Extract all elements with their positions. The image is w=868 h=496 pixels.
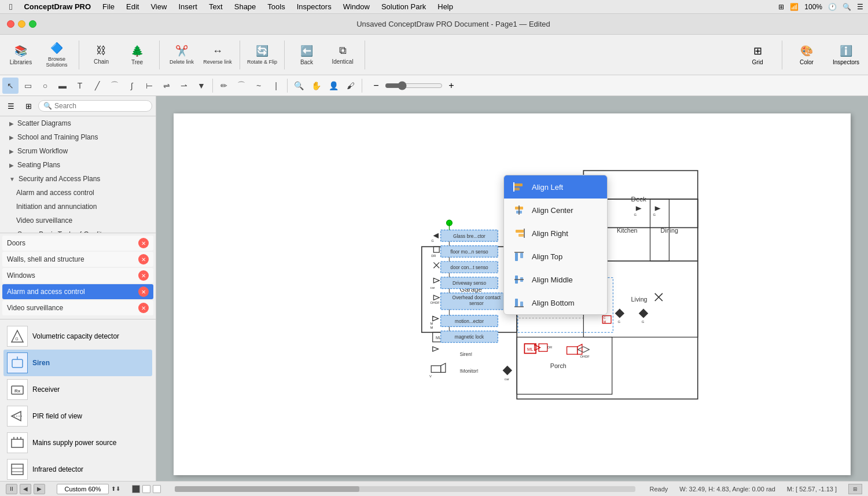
- arc-tool[interactable]: ⌒: [106, 78, 123, 94]
- prev-button[interactable]: ◀: [20, 484, 31, 494]
- page-dot-3[interactable]: [153, 485, 161, 493]
- arrow-icon: ▶: [9, 134, 14, 141]
- menu-edit[interactable]: Edit: [122, 1, 144, 12]
- menu-text[interactable]: Text: [204, 1, 227, 12]
- menu-shape[interactable]: Shape: [230, 1, 261, 12]
- tree-button[interactable]: 🌲 Tree: [121, 38, 153, 72]
- filter-remove-icon[interactable]: ✕: [138, 286, 149, 297]
- select-tool[interactable]: ↖: [2, 78, 19, 94]
- libraries-button[interactable]: 📚 Libraries: [5, 38, 37, 72]
- brush-tool[interactable]: 🖌: [343, 78, 359, 94]
- menu-file[interactable]: File: [98, 1, 119, 12]
- control-center-icon[interactable]: ☰: [857, 3, 863, 11]
- filter-tag-alarm[interactable]: Alarm and access control ✕: [2, 284, 153, 299]
- filter-remove-icon[interactable]: ✕: [138, 303, 149, 313]
- filter-remove-icon[interactable]: ✕: [138, 254, 149, 264]
- reverse-link-button[interactable]: ↔️ Reverse link: [201, 38, 234, 72]
- shape-item-siren[interactable]: Siren: [3, 350, 152, 376]
- filter-tag-video[interactable]: Video surveillance ✕: [2, 300, 153, 315]
- category-school[interactable]: ▶ School and Training Plans: [0, 130, 156, 144]
- more-tools[interactable]: ▼: [193, 78, 209, 94]
- align-left-item[interactable]: Align Left: [504, 175, 607, 199]
- align-middle-item[interactable]: Align Middle: [504, 268, 607, 291]
- zoom-slider[interactable]: [385, 81, 443, 90]
- shape-item-receiver[interactable]: Rx Receiver: [3, 376, 152, 403]
- shape-item-mains[interactable]: Mains supply power source: [3, 429, 152, 456]
- identical-button[interactable]: ⧉ Identical: [326, 38, 359, 72]
- category-video[interactable]: Video surveillance: [0, 214, 156, 227]
- browse-solutions-button[interactable]: 🔷 Browse Solutions: [41, 38, 73, 72]
- category-label: Security and Access Plans: [19, 175, 100, 183]
- flow-tool[interactable]: ⇌: [159, 78, 175, 94]
- rotate-flip-button[interactable]: 🔄 Rotate & Flip: [246, 38, 278, 72]
- shape-item-volumetric[interactable]: G Volumetric capacity detector: [3, 323, 152, 350]
- close-button[interactable]: [7, 20, 14, 28]
- align-right-item[interactable]: Align Right: [504, 222, 607, 245]
- category-scrum[interactable]: ▶ Scrum Workflow: [0, 144, 156, 158]
- align-center-item[interactable]: Align Center: [504, 199, 607, 222]
- sidebar-grid-view[interactable]: ⊞: [21, 98, 36, 113]
- category-seating[interactable]: ▶ Seating Plans: [0, 158, 156, 172]
- maximize-button[interactable]: [29, 20, 36, 28]
- page-scrollbar[interactable]: [175, 486, 635, 492]
- page-dot-1[interactable]: [132, 485, 140, 493]
- pencil-tool[interactable]: ✏: [216, 78, 232, 94]
- apple-menu[interactable]: : [5, 1, 17, 13]
- minimize-button[interactable]: [18, 20, 25, 28]
- chain-button[interactable]: ⛓ Chain: [85, 38, 117, 72]
- pen-straight[interactable]: |: [268, 78, 284, 94]
- filter-tag-walls[interactable]: Walls, shell and structure ✕: [2, 252, 153, 267]
- ellipse-tool[interactable]: ○: [37, 78, 53, 94]
- shape-item-infrared[interactable]: Infrared detector: [3, 456, 152, 481]
- menu-inspectors[interactable]: Inspectors: [292, 1, 336, 12]
- delete-link-button[interactable]: ✂️ Delete link: [165, 38, 198, 72]
- search-menubar-icon[interactable]: 🔍: [843, 3, 851, 11]
- drawing-canvas[interactable]: Garage Deck Kitchen Dining Living: [174, 113, 851, 475]
- menu-solution-park[interactable]: Solution Park: [377, 1, 431, 12]
- pause-button[interactable]: ⏸: [6, 484, 17, 494]
- category-seven-basic[interactable]: ▶ Seven Basic Tools of Quality: [0, 227, 156, 233]
- filter-remove-icon[interactable]: ✕: [138, 238, 149, 248]
- zoom-stepper[interactable]: ⬆⬇: [111, 486, 120, 492]
- pen-bezier[interactable]: ~: [251, 78, 267, 94]
- grid-status-button[interactable]: ⊞: [848, 484, 862, 494]
- connector-tool[interactable]: ╱: [89, 78, 105, 94]
- sidebar-list-view[interactable]: ☰: [3, 98, 19, 113]
- zoom-input[interactable]: [57, 484, 109, 494]
- zoom-out-button[interactable]: −: [370, 79, 382, 92]
- back-button[interactable]: ⬅️ Back: [290, 38, 323, 72]
- menu-help[interactable]: Help: [433, 1, 458, 12]
- align-top-item[interactable]: Align Top: [504, 245, 607, 268]
- filter-tag-doors[interactable]: Doors ✕: [2, 236, 153, 251]
- shape-item-pir[interactable]: PIR field of view: [3, 403, 152, 429]
- smart-tool[interactable]: ⇀: [176, 78, 192, 94]
- menu-view[interactable]: View: [146, 1, 171, 12]
- filter-remove-icon[interactable]: ✕: [138, 270, 149, 281]
- user-tool[interactable]: 👤: [325, 78, 341, 94]
- menu-tools[interactable]: Tools: [263, 1, 289, 12]
- canvas-area[interactable]: Garage Deck Kitchen Dining Living: [156, 96, 868, 481]
- color-button[interactable]: 🎨 Color: [789, 38, 824, 72]
- rect-tool[interactable]: ▭: [20, 78, 36, 94]
- category-security[interactable]: ▼ Security and Access Plans: [0, 172, 156, 186]
- text-tool[interactable]: T: [72, 78, 88, 94]
- align-bottom-item[interactable]: Align Bottom: [504, 291, 607, 314]
- grid-button[interactable]: ⊞ Grid: [740, 38, 775, 72]
- category-alarm[interactable]: Alarm and access control: [0, 186, 156, 200]
- category-scatter[interactable]: ▶ Scatter Diagrams: [0, 116, 156, 130]
- process-tool[interactable]: ▬: [54, 78, 71, 94]
- search-tool[interactable]: 🔍: [290, 78, 307, 94]
- hand-tool[interactable]: ✋: [308, 78, 324, 94]
- inspectors-button[interactable]: ℹ️ Inspectors: [829, 38, 863, 72]
- category-initiation[interactable]: Initiation and annunciation: [0, 200, 156, 214]
- zoom-in-button[interactable]: +: [445, 79, 458, 92]
- filter-tag-windows[interactable]: Windows ✕: [2, 268, 153, 283]
- play-button[interactable]: ▶: [34, 484, 45, 494]
- ortho-tool[interactable]: ⊢: [141, 78, 157, 94]
- pen-arc[interactable]: ⌒: [233, 78, 249, 94]
- menu-window[interactable]: Window: [339, 1, 374, 12]
- menu-insert[interactable]: Insert: [174, 1, 202, 12]
- sidebar-search-input[interactable]: [54, 102, 147, 110]
- page-dot-2[interactable]: [142, 485, 150, 493]
- bezier-tool[interactable]: ∫: [124, 78, 140, 94]
